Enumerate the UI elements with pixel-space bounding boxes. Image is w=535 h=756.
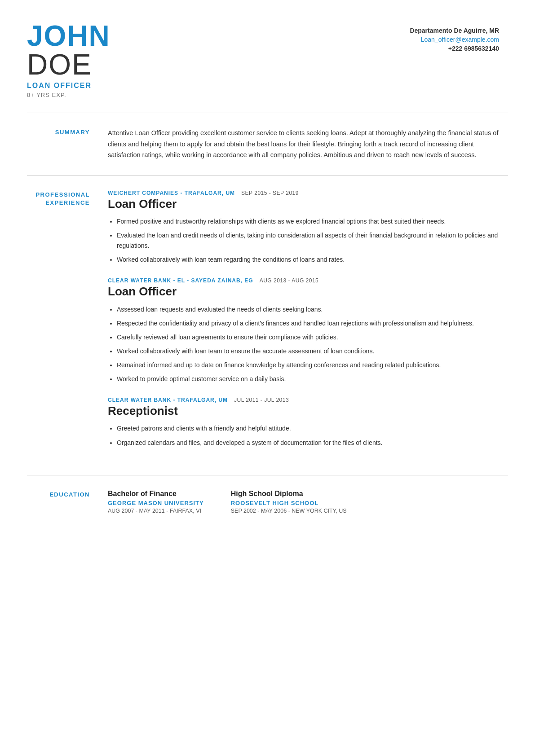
header-left: JOHN DOE LOAN OFFICER 8+ YRS EXP. xyxy=(27,22,111,98)
bullet-2-6: Worked to provide optimal customer servi… xyxy=(117,374,499,384)
education-label: EDUCATION xyxy=(27,490,108,514)
summary-content: Attentive Loan Officer providing excelle… xyxy=(108,127,499,161)
bullet-2-5: Remained informed and up to date on fina… xyxy=(117,360,499,370)
summary-text: Attentive Loan Officer providing excelle… xyxy=(108,127,499,161)
bullet-1-2: Evaluated the loan and credit needs of c… xyxy=(117,230,499,251)
bullet-2-3: Carefully reviewed all loan agreements t… xyxy=(117,332,499,343)
education-content: Bachelor of Finance GEORGE MASON UNIVERS… xyxy=(108,490,499,514)
job-block-1: WEICHERT COMPANIES - TRAFALGAR, UM SEP 2… xyxy=(108,190,499,265)
summary-section: SUMMARY Attentive Loan Officer providing… xyxy=(0,113,535,175)
resume-document: JOHN DOE LOAN OFFICER 8+ YRS EXP. Depart… xyxy=(0,0,535,756)
company-name-3: CLEAR WATER BANK - TRAFALGAR, UM xyxy=(108,397,228,403)
phone: +222 6985632140 xyxy=(410,45,499,52)
company-name-1: WEICHERT COMPANIES - TRAFALGAR, UM xyxy=(108,190,235,196)
edu-info-1: AUG 2007 - MAY 2011 - FAIRFAX, VI xyxy=(108,508,204,514)
edu-block-2: High School Diploma ROOSEVELT HIGH SCHOO… xyxy=(231,490,347,514)
job-title-header: LOAN OFFICER xyxy=(27,82,111,90)
job-date-1: SEP 2015 - SEP 2019 xyxy=(241,190,299,196)
job-title-2: Loan Officer xyxy=(108,285,499,299)
job-date-2: AUG 2013 - AUG 2015 xyxy=(260,277,319,284)
header-section: JOHN DOE LOAN OFFICER 8+ YRS EXP. Depart… xyxy=(0,0,535,113)
edu-degree-1: Bachelor of Finance xyxy=(108,490,204,498)
edu-degree-2: High School Diploma xyxy=(231,490,347,498)
bullet-2-2: Respected the confidentiality and privac… xyxy=(117,318,499,329)
edu-school-2: ROOSEVELT HIGH SCHOOL xyxy=(231,500,347,506)
bullet-2-4: Worked collaboratively with loan team to… xyxy=(117,346,499,356)
education-section: EDUCATION Bachelor of Finance GEORGE MAS… xyxy=(0,475,535,536)
job-title-1: Loan Officer xyxy=(108,197,499,211)
email: Loan_officer@example.com xyxy=(410,36,499,43)
job-block-3: CLEAR WATER BANK - TRAFALGAR, UM JUL 201… xyxy=(108,397,499,448)
experience-years: 8+ YRS EXP. xyxy=(27,92,111,98)
job-block-2: CLEAR WATER BANK - EL - SAYEDA ZAINAB, E… xyxy=(108,277,499,384)
experience-section: PROFESSIONAL EXPERIENCE WEICHERT COMPANI… xyxy=(0,176,535,475)
edu-school-1: GEORGE MASON UNIVERSITY xyxy=(108,500,204,506)
first-name: JOHN xyxy=(27,22,111,50)
job-bullets-1: Formed positive and trustworthy relation… xyxy=(108,216,499,265)
experience-content: WEICHERT COMPANIES - TRAFALGAR, UM SEP 2… xyxy=(108,190,499,461)
last-name: DOE xyxy=(27,50,111,79)
education-grid: Bachelor of Finance GEORGE MASON UNIVERS… xyxy=(108,490,499,514)
job-header-line-1: WEICHERT COMPANIES - TRAFALGAR, UM SEP 2… xyxy=(108,190,499,196)
job-title-3: Receptionist xyxy=(108,404,499,418)
bullet-1-1: Formed positive and trustworthy relation… xyxy=(117,216,499,227)
company-name-2: CLEAR WATER BANK - EL - SAYEDA ZAINAB, E… xyxy=(108,277,253,284)
job-date-3: JUL 2011 - JUL 2013 xyxy=(234,397,289,403)
edu-block-1: Bachelor of Finance GEORGE MASON UNIVERS… xyxy=(108,490,204,514)
experience-label: PROFESSIONAL EXPERIENCE xyxy=(27,190,108,461)
bullet-3-2: Organized calendars and files, and devel… xyxy=(117,438,499,448)
bullet-2-1: Assessed loan requests and evaluated the… xyxy=(117,304,499,315)
summary-label: SUMMARY xyxy=(27,127,108,161)
job-header-line-2: CLEAR WATER BANK - EL - SAYEDA ZAINAB, E… xyxy=(108,277,499,284)
job-header-line-3: CLEAR WATER BANK - TRAFALGAR, UM JUL 201… xyxy=(108,397,499,403)
location: Departamento De Aguirre, MR xyxy=(410,27,499,34)
header-right: Departamento De Aguirre, MR Loan_officer… xyxy=(410,22,499,52)
edu-info-2: SEP 2002 - MAY 2006 - NEW YORK CITY, US xyxy=(231,508,347,514)
bullet-3-1: Greeted patrons and clients with a frien… xyxy=(117,423,499,434)
job-bullets-2: Assessed loan requests and evaluated the… xyxy=(108,304,499,385)
bullet-1-3: Worked collaboratively with loan team re… xyxy=(117,255,499,265)
job-bullets-3: Greeted patrons and clients with a frien… xyxy=(108,423,499,448)
